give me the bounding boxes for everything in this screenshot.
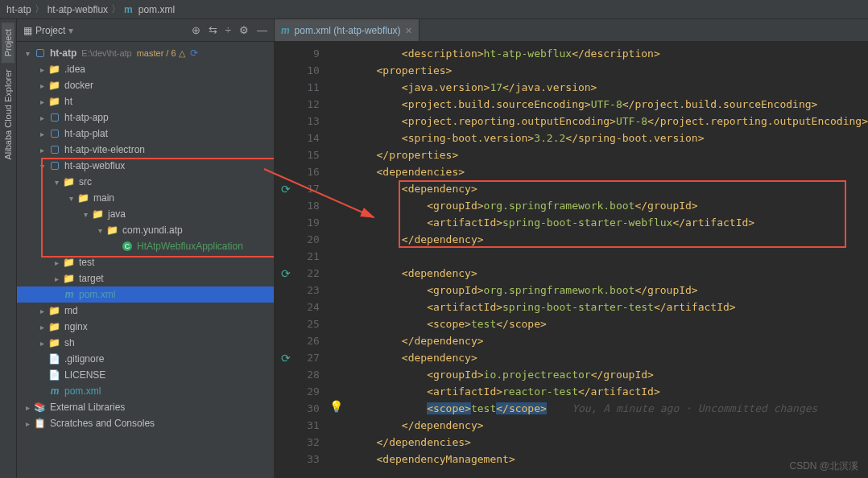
cycle-icon[interactable]: ⟳	[281, 183, 291, 196]
expand-icon[interactable]: ⇆	[209, 24, 217, 36]
cycle-icon[interactable]: ⟳	[281, 267, 291, 280]
code-line[interactable]	[326, 248, 868, 265]
code-line[interactable]: <dependencyManagement>	[326, 451, 868, 468]
tree-item[interactable]: ▸📁sh	[17, 335, 274, 351]
close-icon[interactable]: ×	[406, 24, 412, 37]
m-icon: m	[48, 385, 62, 397]
tree-item[interactable]: ▾📁src	[17, 174, 274, 190]
editor-area: m pom.xml (ht-atp-webflux) × ⟳⟳⟳ 9101112…	[275, 19, 868, 478]
module-icon	[36, 49, 44, 57]
folder-icon: 📁	[48, 321, 62, 332]
external-libraries[interactable]: ▸ 📚 External Libraries	[17, 399, 274, 415]
code-line[interactable]: <artifactId>spring-boot-starter-test</ar…	[326, 299, 868, 315]
cycle-icon[interactable]: ⟳	[281, 352, 291, 365]
breadcrumb-item[interactable]: ht-atp-webflux	[48, 4, 108, 15]
code-line[interactable]: <scope>test</scope>	[326, 315, 868, 332]
module-icon	[48, 113, 62, 122]
collapse-icon[interactable]: ÷	[225, 24, 231, 36]
project-panel: ▦ Project ▾ ⊕ ⇆ ÷ ⚙ — ▾ ht-atp E:\dev\ht…	[17, 19, 275, 478]
tree-item[interactable]: 📄LICENSE	[17, 367, 274, 383]
breadcrumb: ht-atp 〉 ht-atp-webflux 〉 m pom.xml	[0, 0, 868, 19]
tree-item[interactable]: ▸ht-atp-plat	[17, 126, 274, 142]
code-line[interactable]: <scope>test</scope> You, A minute ago · …	[326, 400, 868, 417]
rail-cloud-explorer[interactable]: Alibaba Cloud Explorer	[2, 63, 14, 167]
panel-header: ▦ Project ▾ ⊕ ⇆ ÷ ⚙ —	[17, 19, 274, 42]
scratch-icon: 📋	[33, 418, 48, 429]
folder-icon: 📁	[48, 305, 62, 316]
rail-project[interactable]: Project	[2, 23, 14, 63]
sync-icon[interactable]: ⟳	[190, 47, 198, 59]
code-line[interactable]: <groupId>org.springframework.boot</group…	[326, 197, 868, 214]
tree-item[interactable]: mpom.xml	[17, 383, 274, 399]
dropdown-icon[interactable]: ▾	[68, 25, 73, 36]
breadcrumb-item[interactable]: ht-atp	[6, 4, 31, 15]
editor-tab[interactable]: m pom.xml (ht-atp-webflux) ×	[275, 19, 420, 41]
tree-item[interactable]: ▸📁nginx	[17, 319, 274, 335]
tree-item[interactable]: ▸📁md	[17, 303, 274, 319]
code-line[interactable]: <dependencies>	[326, 163, 868, 180]
code-line[interactable]: <spring-boot.version>3.2.2</spring-boot.…	[326, 130, 868, 146]
tree-item[interactable]: ▸📁docker	[17, 77, 274, 93]
file-icon: 📄	[48, 353, 62, 365]
tree-item[interactable]: 📄.gitignore	[17, 351, 274, 367]
m-icon: m	[62, 289, 76, 300]
tree-item[interactable]: ▸📁.idea	[17, 61, 274, 77]
module-icon	[48, 162, 62, 170]
code-area[interactable]: <description>ht-atp-webflux</description…	[326, 42, 868, 478]
code-line[interactable]: <java.version>17</java.version>	[326, 79, 868, 96]
code-line[interactable]: <dependency>	[326, 349, 868, 366]
code-line[interactable]: <groupId>org.springframework.boot</group…	[326, 282, 868, 299]
locate-icon[interactable]: ⊕	[192, 24, 200, 36]
tree-item[interactable]: ▸ht-atp-app	[17, 109, 274, 126]
code-line[interactable]: <project.build.sourceEncoding>UTF-8</pro…	[326, 96, 868, 113]
code-line[interactable]: <dependency>	[326, 265, 868, 282]
project-tree[interactable]: ▾ ht-atp E:\dev\ht-atp master / 6 △ ⟳ ▸📁…	[17, 42, 274, 435]
maven-icon: m	[124, 4, 133, 15]
folder-icon: 📁	[76, 192, 91, 204]
module-icon	[48, 146, 62, 154]
tree-item[interactable]: ▾📁java	[17, 206, 274, 222]
tree-item[interactable]: ▸ht-atp-vite-electron	[17, 142, 274, 158]
file-icon: 📄	[48, 369, 62, 381]
code-line[interactable]: <dependency>	[326, 180, 868, 197]
folder-icon: 📁	[48, 80, 62, 91]
code-line[interactable]: </dependency>	[326, 332, 868, 349]
tree-item[interactable]: ▸📁target	[17, 270, 274, 286]
tab-label: pom.xml (ht-atp-webflux)	[295, 25, 401, 36]
breadcrumb-item[interactable]: pom.xml	[138, 4, 175, 15]
chevron-right-icon: 〉	[35, 2, 44, 16]
tree-item[interactable]: ▾ht-atp-webflux	[17, 158, 274, 174]
code-line[interactable]: <artifactId>reactor-test</artifactId>	[326, 383, 868, 400]
editor-body[interactable]: ⟳⟳⟳ 910111213141516171819202122232425262…	[275, 42, 868, 478]
tree-item[interactable]: ▾📁com.yundi.atp	[17, 222, 274, 238]
module-icon	[48, 130, 62, 138]
code-line[interactable]: <properties>	[326, 62, 868, 79]
gear-icon[interactable]: ⚙	[239, 24, 249, 36]
code-line[interactable]: </dependencies>	[326, 434, 868, 451]
tree-item[interactable]: ▸📁ht	[17, 93, 274, 109]
folder-icon: 📁	[62, 257, 76, 268]
code-line[interactable]: <project.reporting.outputEncoding>UTF-8<…	[326, 113, 868, 130]
maven-icon: m	[281, 25, 290, 36]
code-line[interactable]: </dependency>	[326, 417, 868, 434]
code-line[interactable]: <description>ht-atp-webflux</description…	[326, 45, 868, 62]
tree-item[interactable]: ▸📁test	[17, 254, 274, 270]
panel-title[interactable]: Project	[35, 25, 65, 36]
tab-bar: m pom.xml (ht-atp-webflux) ×	[275, 19, 868, 42]
bulb-icon[interactable]: 💡	[329, 400, 343, 413]
folder-icon: 📁	[62, 176, 76, 187]
tree-item[interactable]: mpom.xml	[17, 286, 274, 303]
folder-icon: 📁	[48, 96, 62, 107]
scratches[interactable]: ▸ 📋 Scratches and Consoles	[17, 415, 274, 431]
tree-item[interactable]: ▾📁main	[17, 190, 274, 206]
code-line[interactable]: <groupId>io.projectreactor</groupId>	[326, 366, 868, 383]
tree-item[interactable]: CHtAtpWebfluxApplication	[17, 238, 274, 254]
hide-icon[interactable]: —	[257, 24, 267, 36]
watermark: CSDN @北溟溪	[789, 459, 858, 473]
code-line[interactable]: <artifactId>spring-boot-starter-webflux<…	[326, 214, 868, 231]
tree-root[interactable]: ▾ ht-atp E:\dev\ht-atp master / 6 △ ⟳	[17, 45, 274, 61]
code-line[interactable]: </properties>	[326, 146, 868, 163]
code-line[interactable]: </dependency>	[326, 231, 868, 248]
chevron-right-icon: 〉	[111, 2, 121, 16]
folder-orange-icon: 📁	[62, 273, 76, 284]
